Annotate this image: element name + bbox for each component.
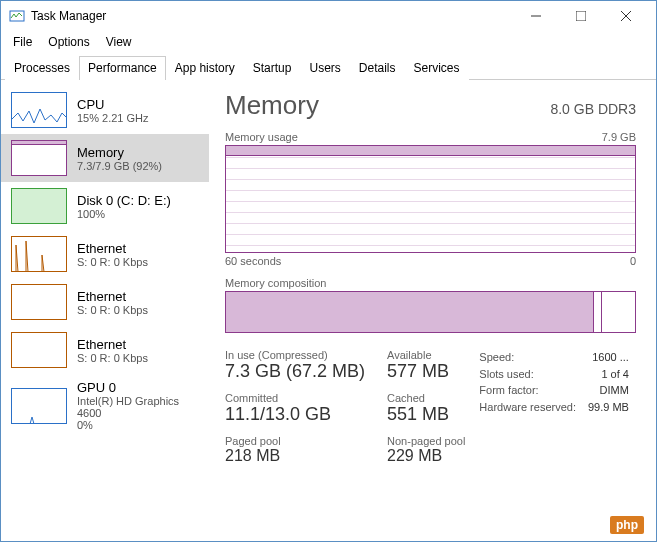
- gpu-sub2: 0%: [77, 419, 199, 431]
- xaxis-right: 0: [630, 255, 636, 267]
- memory-usage-graph[interactable]: [225, 145, 636, 253]
- disk-sub: 100%: [77, 208, 171, 220]
- svg-rect-2: [576, 11, 586, 21]
- eth1-sub: S: 0 R: 0 Kbps: [77, 304, 148, 316]
- tabs: Processes Performance App history Startu…: [1, 55, 656, 80]
- gpu-thumb: [11, 388, 67, 424]
- eth0-sub: S: 0 R: 0 Kbps: [77, 256, 148, 268]
- sidebar-item-gpu[interactable]: GPU 0Intel(R) HD Graphics 46000%: [1, 374, 209, 437]
- menu-view[interactable]: View: [98, 33, 140, 51]
- paged-label: Paged pool: [225, 435, 365, 447]
- eth0-thumb: [11, 236, 67, 272]
- form-label: Form factor:: [479, 382, 538, 399]
- disk-name: Disk 0 (C: D: E:): [77, 193, 171, 208]
- cpu-sub: 15% 2.21 GHz: [77, 112, 149, 124]
- memory-thumb: [11, 140, 67, 176]
- committed-label: Committed: [225, 392, 365, 404]
- paged-value: 218 MB: [225, 447, 365, 465]
- tab-services[interactable]: Services: [405, 56, 469, 80]
- hwres-value: 99.9 MB: [588, 399, 629, 416]
- speed-value: 1600 ...: [592, 349, 629, 366]
- tab-users[interactable]: Users: [300, 56, 349, 80]
- cached-value: 551 MB: [387, 404, 465, 425]
- form-value: DIMM: [600, 382, 629, 399]
- cpu-thumb: [11, 92, 67, 128]
- capacity: 8.0 GB DDR3: [550, 101, 636, 117]
- tab-app-history[interactable]: App history: [166, 56, 244, 80]
- tab-details[interactable]: Details: [350, 56, 405, 80]
- memory-name: Memory: [77, 145, 162, 160]
- app-icon: [9, 8, 25, 24]
- gpu-name: GPU 0: [77, 380, 199, 395]
- avail-value: 577 MB: [387, 361, 465, 382]
- xaxis-left: 60 seconds: [225, 255, 281, 267]
- nonpaged-value: 229 MB: [387, 447, 465, 465]
- sidebar-item-ethernet-2[interactable]: EthernetS: 0 R: 0 Kbps: [1, 326, 209, 374]
- sidebar-item-ethernet-0[interactable]: EthernetS: 0 R: 0 Kbps: [1, 230, 209, 278]
- composition-label: Memory composition: [225, 277, 326, 289]
- eth2-thumb: [11, 332, 67, 368]
- watermark: php: [610, 516, 644, 534]
- slots-label: Slots used:: [479, 366, 533, 383]
- slots-value: 1 of 4: [601, 366, 629, 383]
- memory-composition-graph[interactable]: [225, 291, 636, 333]
- sidebar-item-cpu[interactable]: CPU15% 2.21 GHz: [1, 86, 209, 134]
- menubar: File Options View: [1, 31, 656, 53]
- titlebar: Task Manager: [1, 1, 656, 31]
- menu-file[interactable]: File: [5, 33, 40, 51]
- avail-label: Available: [387, 349, 465, 361]
- tab-performance[interactable]: Performance: [79, 56, 166, 80]
- maximize-button[interactable]: [558, 2, 603, 31]
- gpu-sub: Intel(R) HD Graphics 4600: [77, 395, 199, 419]
- minimize-button[interactable]: [513, 2, 558, 31]
- usage-label: Memory usage: [225, 131, 298, 143]
- speed-label: Speed:: [479, 349, 514, 366]
- sidebar-item-memory[interactable]: Memory7.3/7.9 GB (92%): [1, 134, 209, 182]
- disk-thumb: [11, 188, 67, 224]
- main-panel: Memory 8.0 GB DDR3 Memory usage7.9 GB 60…: [209, 80, 656, 542]
- eth0-name: Ethernet: [77, 241, 148, 256]
- committed-value: 11.1/13.0 GB: [225, 404, 365, 425]
- tab-processes[interactable]: Processes: [5, 56, 79, 80]
- window-title: Task Manager: [31, 9, 513, 23]
- page-title: Memory: [225, 90, 319, 121]
- sidebar-item-ethernet-1[interactable]: EthernetS: 0 R: 0 Kbps: [1, 278, 209, 326]
- eth2-sub: S: 0 R: 0 Kbps: [77, 352, 148, 364]
- menu-options[interactable]: Options: [40, 33, 97, 51]
- close-button[interactable]: [603, 2, 648, 31]
- eth2-name: Ethernet: [77, 337, 148, 352]
- eth1-name: Ethernet: [77, 289, 148, 304]
- inuse-value: 7.3 GB (67.2 MB): [225, 361, 365, 382]
- hwres-label: Hardware reserved:: [479, 399, 576, 416]
- memory-sub: 7.3/7.9 GB (92%): [77, 160, 162, 172]
- usage-max: 7.9 GB: [602, 131, 636, 143]
- sidebar: CPU15% 2.21 GHz Memory7.3/7.9 GB (92%) D…: [1, 80, 209, 542]
- cached-label: Cached: [387, 392, 465, 404]
- eth1-thumb: [11, 284, 67, 320]
- sidebar-item-disk[interactable]: Disk 0 (C: D: E:)100%: [1, 182, 209, 230]
- tab-startup[interactable]: Startup: [244, 56, 301, 80]
- inuse-label: In use (Compressed): [225, 349, 365, 361]
- cpu-name: CPU: [77, 97, 149, 112]
- nonpaged-label: Non-paged pool: [387, 435, 465, 447]
